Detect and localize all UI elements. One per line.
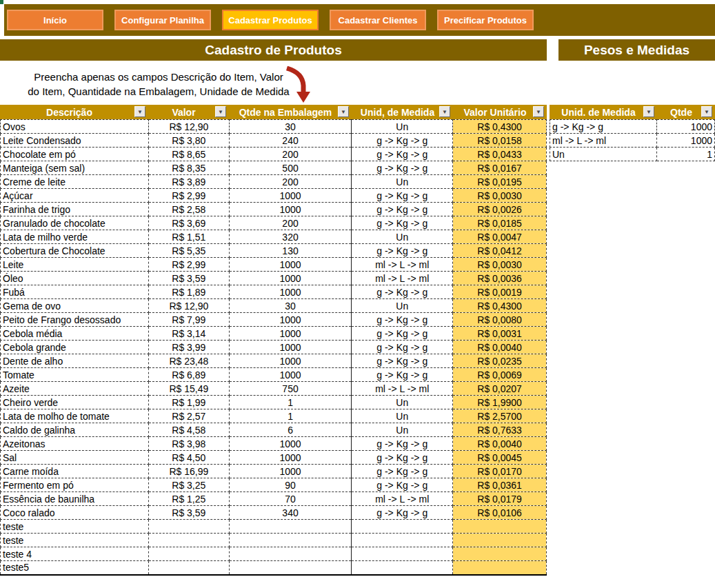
cell-descricao[interactable]: Peito de Frango desossado: [1, 313, 149, 327]
cell-unidade-medida[interactable]: g -> Kg -> g: [352, 161, 453, 175]
cell-unidade-medida[interactable]: ml -> L -> ml: [352, 492, 453, 506]
cell-valor[interactable]: R$ 3,14: [148, 327, 229, 341]
cell-valor-unitario[interactable]: R$ 0,0031: [453, 327, 547, 341]
cell-descricao[interactable]: Creme de leite: [1, 175, 149, 189]
cell-valor[interactable]: R$ 3,25: [148, 478, 229, 492]
cell-valor-unitario[interactable]: [453, 547, 547, 561]
filter-dropdown-icon[interactable]: ▼: [338, 106, 349, 117]
cell-descricao[interactable]: Gema de ovo: [1, 299, 149, 313]
cell-descricao[interactable]: teste5: [1, 561, 149, 575]
cell-unidade-medida[interactable]: ml -> L -> ml: [352, 382, 453, 396]
cell-descricao[interactable]: Açúcar: [1, 189, 149, 203]
cell-descricao[interactable]: Cobertura de Chocolate: [1, 244, 149, 258]
cell-unidade-medida[interactable]: g -> Kg -> g: [550, 120, 657, 134]
cell-valor-unitario[interactable]: R$ 0,0045: [453, 451, 547, 465]
cell-descricao[interactable]: Cheiro verde: [1, 396, 149, 409]
cell-descricao[interactable]: Coco ralado: [1, 506, 149, 520]
cell-valor-unitario[interactable]: R$ 0,0235: [453, 354, 547, 368]
cell-qtde-embalagem[interactable]: 240: [229, 134, 352, 148]
cell-unidade-medida[interactable]: Un: [352, 396, 453, 409]
cell-qtde-embalagem[interactable]: 70: [229, 492, 352, 506]
cell-qtde-embalagem[interactable]: 90: [229, 478, 352, 492]
cell-qtde-embalagem[interactable]: 200: [229, 175, 352, 189]
cell-qtde-embalagem[interactable]: 1000: [229, 341, 352, 354]
cell-qtde-embalagem[interactable]: 750: [229, 382, 352, 396]
cell-qtde[interactable]: 1000: [657, 120, 715, 134]
cell-qtde-embalagem[interactable]: 1000: [229, 437, 352, 451]
cell-unidade-medida[interactable]: g -> Kg -> g: [352, 216, 453, 230]
cell-unidade-medida[interactable]: g -> Kg -> g: [352, 148, 453, 161]
cell-qtde-embalagem[interactable]: 1000: [229, 368, 352, 382]
cell-qtde[interactable]: 1000: [657, 134, 715, 148]
column-header-unid-de-medida[interactable]: Unid. de Medida▼: [550, 105, 657, 119]
cell-valor[interactable]: R$ 2,99: [148, 258, 229, 272]
cell-valor[interactable]: [148, 561, 229, 575]
cell-unidade-medida[interactable]: g -> Kg -> g: [352, 134, 453, 148]
cell-valor[interactable]: [148, 520, 229, 534]
cell-valor[interactable]: R$ 1,99: [148, 396, 229, 409]
cell-qtde-embalagem[interactable]: 1000: [229, 203, 352, 216]
cell-unidade-medida[interactable]: g -> Kg -> g: [352, 285, 453, 299]
cell-valor[interactable]: R$ 2,58: [148, 203, 229, 216]
cell-descricao[interactable]: Óleo: [1, 272, 149, 285]
cell-unidade-medida[interactable]: Un: [352, 423, 453, 437]
cell-valor-unitario[interactable]: [453, 561, 547, 575]
cell-unidade-medida[interactable]: g -> Kg -> g: [352, 437, 453, 451]
cell-descricao[interactable]: Ovos: [1, 120, 149, 134]
cell-valor-unitario[interactable]: R$ 0,0158: [453, 134, 547, 148]
cell-qtde-embalagem[interactable]: 30: [229, 299, 352, 313]
cell-unidade-medida[interactable]: g -> Kg -> g: [352, 244, 453, 258]
cell-valor-unitario[interactable]: R$ 0,0433: [453, 148, 547, 161]
cell-valor-unitario[interactable]: R$ 0,0040: [453, 437, 547, 451]
cell-valor-unitario[interactable]: R$ 0,0040: [453, 341, 547, 354]
cell-qtde-embalagem[interactable]: 30: [229, 120, 352, 134]
cell-valor[interactable]: R$ 12,90: [148, 299, 229, 313]
cell-unidade-medida[interactable]: g -> Kg -> g: [352, 341, 453, 354]
cell-valor[interactable]: R$ 5,35: [148, 244, 229, 258]
cell-valor-unitario[interactable]: R$ 0,0361: [453, 478, 547, 492]
cell-valor-unitario[interactable]: R$ 0,0167: [453, 161, 547, 175]
cell-valor-unitario[interactable]: R$ 0,0106: [453, 506, 547, 520]
cell-unidade-medida[interactable]: Un: [352, 175, 453, 189]
cell-qtde-embalagem[interactable]: 1000: [229, 189, 352, 203]
cell-descricao[interactable]: Leite: [1, 258, 149, 272]
cell-valor-unitario[interactable]: R$ 0,0069: [453, 368, 547, 382]
cell-descricao[interactable]: Cebola média: [1, 327, 149, 341]
cell-valor[interactable]: R$ 6,89: [148, 368, 229, 382]
filter-dropdown-icon[interactable]: ▼: [215, 106, 226, 117]
nav-button-precificar-produtos[interactable]: Precificar Produtos: [437, 10, 534, 30]
cell-valor-unitario[interactable]: R$ 0,4300: [453, 120, 547, 134]
cell-valor[interactable]: R$ 4,58: [148, 423, 229, 437]
cell-qtde-embalagem[interactable]: 500: [229, 161, 352, 175]
cell-valor-unitario[interactable]: R$ 0,0195: [453, 175, 547, 189]
cell-descricao[interactable]: Manteiga (sem sal): [1, 161, 149, 175]
cell-qtde-embalagem[interactable]: 1000: [229, 327, 352, 341]
column-header-valor-unitario[interactable]: Valor Unitário▼: [453, 105, 547, 119]
cell-valor-unitario[interactable]: R$ 0,0185: [453, 216, 547, 230]
nav-button-configurar-planilha[interactable]: Configurar Planilha: [114, 10, 211, 30]
cell-unidade-medida[interactable]: Un: [352, 120, 453, 134]
cell-descricao[interactable]: Essência de baunilha: [1, 492, 149, 506]
cell-unidade-medida[interactable]: g -> Kg -> g: [352, 465, 453, 478]
cell-descricao[interactable]: Azeitonas: [1, 437, 149, 451]
cell-descricao[interactable]: Lata de milho verde: [1, 230, 149, 244]
cell-valor-unitario[interactable]: R$ 0,0047: [453, 230, 547, 244]
cell-qtde-embalagem[interactable]: [229, 520, 352, 534]
column-header-valor[interactable]: Valor▼: [148, 105, 229, 119]
cell-unidade-medida[interactable]: ml -> L -> ml: [352, 258, 453, 272]
cell-valor[interactable]: R$ 3,80: [148, 134, 229, 148]
cell-valor[interactable]: R$ 12,90: [148, 120, 229, 134]
cell-valor-unitario[interactable]: [453, 520, 547, 534]
cell-unidade-medida[interactable]: Un: [352, 230, 453, 244]
cell-qtde-embalagem[interactable]: 1000: [229, 313, 352, 327]
nav-button-cadastrar-clientes[interactable]: Cadastrar Clientes: [330, 10, 426, 30]
cell-unidade-medida[interactable]: ml -> L -> ml: [352, 272, 453, 285]
filter-dropdown-icon[interactable]: ▼: [533, 106, 544, 117]
nav-button-inicio[interactable]: Início: [7, 10, 103, 30]
cell-valor[interactable]: R$ 7,99: [148, 313, 229, 327]
cell-valor[interactable]: R$ 3,59: [148, 506, 229, 520]
cell-valor[interactable]: R$ 2,57: [148, 409, 229, 423]
cell-qtde-embalagem[interactable]: 1: [229, 409, 352, 423]
cell-unidade-medida[interactable]: ml -> L -> ml: [550, 134, 657, 148]
cell-qtde-embalagem[interactable]: 1000: [229, 258, 352, 272]
